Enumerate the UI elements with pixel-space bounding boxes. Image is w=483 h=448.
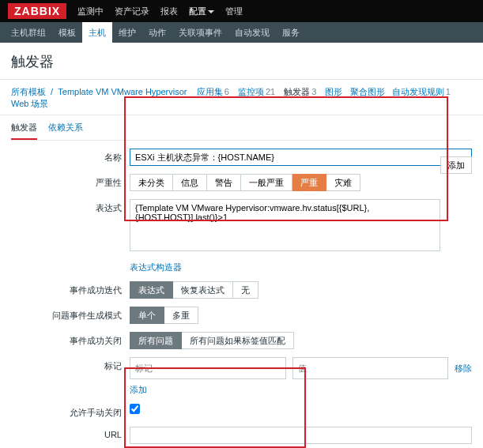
problem-mode-single[interactable]: 单个 <box>130 307 164 324</box>
url-label: URL <box>11 427 130 439</box>
name-input[interactable] <box>130 149 472 166</box>
crumb-apps[interactable]: 应用集 <box>197 87 223 96</box>
ok-close-all[interactable]: 所有问题 <box>130 332 182 349</box>
crumb-discovery[interactable]: 自动发现规则 <box>392 87 444 96</box>
topnav-inventory[interactable]: 资产记录 <box>115 6 149 17</box>
sev-disaster[interactable]: 灾难 <box>326 174 360 191</box>
ok-close-tagmatch[interactable]: 所有问题如果标签值匹配 <box>182 332 294 349</box>
tag-name-input[interactable] <box>130 357 286 379</box>
crumb-screens[interactable]: 聚合图形 <box>350 87 385 96</box>
crumb-discovery-count: 1 <box>446 87 451 96</box>
subnav-services[interactable]: 服务 <box>276 22 306 43</box>
tag-value-input[interactable] <box>292 357 449 379</box>
tags-label: 标记 <box>11 357 130 372</box>
sev-not-classified[interactable]: 未分类 <box>130 174 173 191</box>
recovery-label: 事件成功迭代 <box>11 281 130 296</box>
expression-input[interactable] <box>130 199 440 251</box>
recovery-expression[interactable]: 表达式 <box>130 281 173 299</box>
crumb-items-count: 21 <box>266 87 275 96</box>
crumb-template[interactable]: Template VM VMware Hypervisor <box>58 87 187 96</box>
crumb-triggers: 触发器 <box>284 87 310 96</box>
tag-row: 移除 <box>130 357 472 379</box>
topnav-reports[interactable]: 报表 <box>160 6 178 17</box>
severity-group: 未分类 信息 警告 一般严重 严重 灾难 <box>130 174 472 191</box>
manual-close-label: 允许手动关闭 <box>11 404 130 419</box>
tab-dependencies[interactable]: 依赖关系 <box>48 122 83 140</box>
problem-mode-group: 单个 多重 <box>130 307 472 324</box>
expression-builder-link[interactable]: 表达式构造器 <box>130 262 182 272</box>
subnav-templates[interactable]: 模板 <box>52 22 82 43</box>
crumb-graphs[interactable]: 图形 <box>325 87 342 96</box>
tab-trigger[interactable]: 触发器 <box>11 122 37 140</box>
topnav-monitoring[interactable]: 监测中 <box>77 6 104 17</box>
recovery-group: 表达式 恢复表达式 无 <box>130 281 472 299</box>
manual-close-checkbox[interactable] <box>130 404 140 414</box>
crumb-items[interactable]: 监控项 <box>238 87 264 96</box>
ok-close-label: 事件成功关闭 <box>11 332 130 347</box>
top-nav: ZABBIX 监测中 资产记录 报表 配置 管理 <box>0 0 483 22</box>
ok-close-group: 所有问题 所有问题如果标签值匹配 <box>130 332 472 349</box>
tag-remove-link[interactable]: 移除 <box>455 363 472 375</box>
problem-mode-multiple[interactable]: 多重 <box>164 307 198 324</box>
subnav-hostgroups[interactable]: 主机群组 <box>5 22 52 43</box>
sev-warning[interactable]: 警告 <box>207 174 241 191</box>
severity-label: 严重性 <box>11 174 130 189</box>
subnav-hosts[interactable]: 主机 <box>82 22 112 43</box>
sev-high[interactable]: 严重 <box>292 174 326 191</box>
subnav-discovery[interactable]: 自动发现 <box>228 22 276 43</box>
tag-add-link[interactable]: 添加 <box>130 385 147 394</box>
topnav-admin[interactable]: 管理 <box>225 6 243 17</box>
crumb-apps-count: 6 <box>225 87 229 96</box>
expression-label: 表达式 <box>11 199 130 214</box>
crumb-web[interactable]: Web 场景 <box>11 99 48 108</box>
sev-average[interactable]: 一般严重 <box>241 174 292 191</box>
subnav-actions[interactable]: 动作 <box>142 22 172 43</box>
page-title: 触发器 <box>0 43 483 80</box>
subnav-maintenance[interactable]: 维护 <box>112 22 142 43</box>
url-input[interactable] <box>130 427 472 444</box>
recovery-none[interactable]: 无 <box>233 281 258 299</box>
topnav-configuration[interactable]: 配置 <box>189 6 214 17</box>
crumb-all-templates[interactable]: 所有模板 <box>11 87 46 96</box>
recovery-recovery-expr[interactable]: 恢复表达式 <box>173 281 233 299</box>
sev-info[interactable]: 信息 <box>173 174 207 191</box>
subnav-correlation[interactable]: 关联项事件 <box>172 22 228 43</box>
trigger-form: 名称 严重性 未分类 信息 警告 一般严重 严重 灾难 表达式 表达式构造器 事… <box>0 141 483 448</box>
name-label: 名称 <box>11 149 130 164</box>
form-tabs: 触发器 依赖关系 <box>0 115 483 140</box>
breadcrumb: 所有模板 / Template VM VMware Hypervisor 应用集… <box>0 80 483 115</box>
crumb-triggers-count: 3 <box>311 87 316 96</box>
chevron-down-icon <box>208 10 214 13</box>
logo: ZABBIX <box>8 3 66 19</box>
problem-mode-label: 问题事件生成模式 <box>11 307 130 322</box>
sub-nav: 主机群组 模板 主机 维护 动作 关联项事件 自动发现 服务 <box>0 22 483 43</box>
expression-add-button[interactable]: 添加 <box>440 156 472 174</box>
